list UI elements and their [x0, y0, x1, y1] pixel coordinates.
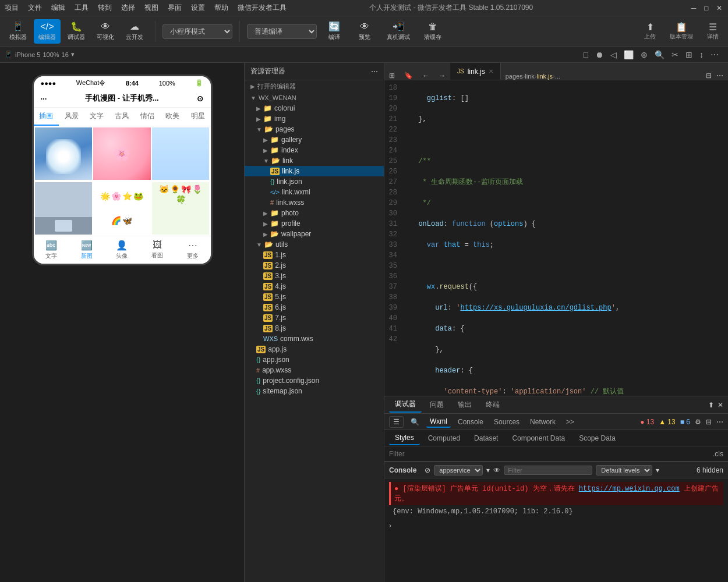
file-8js[interactable]: JS 8.js	[245, 323, 384, 333]
menu-item-wechat[interactable]: 微信开发者工具	[238, 3, 287, 13]
console-dropdown-icon[interactable]: ▾	[486, 466, 490, 474]
style-tab-component[interactable]: Component Data	[506, 432, 571, 445]
file-link-js[interactable]: JS link.js	[245, 166, 384, 176]
menu-item-tools[interactable]: 工具	[75, 3, 89, 13]
more-icon[interactable]: ⋯	[711, 50, 719, 59]
style-tab-dataset[interactable]: Dataset	[468, 432, 504, 445]
console-service-select[interactable]: appservice	[434, 465, 483, 475]
devtools-more-tabs[interactable]: >>	[563, 417, 578, 427]
menu-item-goto[interactable]: 转到	[98, 3, 112, 13]
editor-tab-linkjs[interactable]: JS link.js ✕	[450, 63, 501, 80]
menu-item-view[interactable]: 视图	[144, 3, 158, 13]
clear-store-button[interactable]: 🗑 清缓存	[419, 19, 446, 44]
dropdown-icon[interactable]: ▾	[71, 51, 75, 58]
style-tab-scope[interactable]: Scope Data	[573, 432, 621, 445]
phone-nav-text[interactable]: 🔤 文字	[45, 240, 57, 260]
devtools-more-icon[interactable]: ⋯	[716, 418, 723, 426]
cut-icon[interactable]: ✂	[672, 50, 678, 59]
phone-tab-couple[interactable]: 情侣	[135, 108, 160, 126]
console-level-select[interactable]: Default levels	[596, 465, 652, 475]
back-icon[interactable]: ◁	[610, 50, 617, 59]
upload-button[interactable]: ⬆ 上传	[639, 19, 660, 43]
phone-nav-avatar[interactable]: 👤 头像	[116, 240, 128, 260]
file-4js[interactable]: JS 4.js	[245, 281, 384, 292]
phone-image-cell-6[interactable]: 🐱 🌻 🎀 🌷 🍀	[152, 182, 210, 235]
folder-pages[interactable]: ▼ 📂 pages	[245, 124, 384, 134]
console-dropdown2-icon[interactable]: ▾	[656, 466, 659, 474]
devtools-inner-tab-console[interactable]: Console	[454, 417, 487, 427]
real-machine-button[interactable]: 📲 真机调试	[382, 19, 415, 44]
devtools-tab-debugger[interactable]: 调试器	[389, 397, 422, 413]
cloud-button[interactable]: ☁ 云开发	[121, 19, 148, 44]
menu-item-select[interactable]: 选择	[121, 3, 135, 13]
file-projectconfig[interactable]: {} project.config.json	[245, 375, 384, 386]
more-btn[interactable]: ⊙	[197, 94, 203, 103]
file-link-wxml[interactable]: </> link.wxml	[245, 187, 384, 197]
devtools-tab-output[interactable]: 输出	[452, 398, 478, 412]
back-btn[interactable]: ···	[41, 94, 47, 103]
phone-image-cell-3[interactable]	[152, 127, 210, 180]
phone-image-cell-5[interactable]: 🌟 🌸 ⭐ 🐸 🌈 🦋	[93, 182, 151, 235]
phone-tab-ancient[interactable]: 古风	[109, 108, 135, 126]
editor-button[interactable]: </> 编辑器	[34, 19, 61, 44]
bookmark-icon[interactable]: 🔖	[400, 72, 418, 80]
devtools-inner-tab-sources[interactable]: Sources	[490, 417, 523, 427]
file-7js[interactable]: JS 7.js	[245, 313, 384, 323]
console-command-input[interactable]	[394, 521, 723, 530]
file-appwxss[interactable]: # app.wxss	[245, 365, 384, 375]
phone-tab-western[interactable]: 欧美	[160, 108, 185, 126]
opened-editors-section[interactable]: ▶ 打开的编辑器	[245, 80, 384, 93]
devtools-settings-icon[interactable]: ⚙	[695, 418, 701, 426]
visualize-button[interactable]: 👁 可视化	[92, 19, 119, 44]
file-1js[interactable]: JS 1.js	[245, 250, 384, 260]
console-eye-icon[interactable]: 👁	[493, 466, 500, 474]
explorer-more-icon[interactable]: ⋯	[371, 68, 378, 76]
phone-tab-star[interactable]: 明星	[185, 108, 210, 126]
panel-toggle-icon[interactable]: ⊞	[384, 72, 400, 80]
devtools-tab-problems[interactable]: 问题	[424, 398, 450, 412]
devtools-dock-icon[interactable]: ⊟	[706, 418, 712, 426]
simulator-button[interactable]: 📱 模拟器	[5, 19, 31, 44]
debugger-button[interactable]: 🐛 调试器	[63, 19, 90, 44]
grid-icon[interactable]: ⊞	[685, 50, 692, 59]
detail-button[interactable]: ☰ 详情	[702, 19, 723, 43]
file-6js[interactable]: JS 6.js	[245, 302, 384, 313]
devtools-expand-icon[interactable]: ⬆	[708, 401, 714, 409]
devtools-inspect-icon[interactable]: 🔍	[407, 417, 423, 427]
devtools-inner-tab-network[interactable]: Network	[526, 417, 559, 427]
phone-image-cell-4[interactable]	[35, 182, 93, 235]
style-tab-computed[interactable]: Computed	[422, 432, 466, 445]
file-sitemap[interactable]: {} sitemap.json	[245, 386, 384, 396]
file-appjson[interactable]: {} app.json	[245, 354, 384, 365]
devtools-tab-terminal[interactable]: 终端	[480, 398, 506, 412]
folder-utils[interactable]: ▼ 📂 utils	[245, 239, 384, 250]
version-button[interactable]: 📋 版本管理	[665, 19, 698, 43]
compile-select[interactable]: 普通编译	[247, 24, 317, 39]
minimize-button[interactable]: ─	[690, 4, 698, 12]
folder-colorui[interactable]: ▶ 📁 colorui	[245, 103, 384, 113]
menu-item-settings[interactable]: 设置	[191, 3, 205, 13]
menu-item-project[interactable]: 项目	[5, 3, 19, 13]
project-section[interactable]: ▼ WX_WENAN	[245, 93, 384, 103]
record-icon[interactable]: ⏺	[595, 50, 603, 59]
console-clear-icon[interactable]: ⊘	[425, 466, 430, 474]
compile-button[interactable]: 🔄 编译	[321, 19, 347, 44]
devtools-inner-tab-wxml[interactable]: Wxml	[426, 416, 451, 428]
new-page-icon[interactable]: ⊕	[641, 50, 648, 59]
search-icon[interactable]: 🔍	[655, 50, 665, 59]
menu-item-edit[interactable]: 编辑	[51, 3, 65, 13]
filter-input[interactable]	[389, 450, 713, 458]
file-5js[interactable]: JS 5.js	[245, 292, 384, 302]
folder-gallery[interactable]: ▶ 📁 gallery	[245, 134, 384, 145]
preview-button[interactable]: 👁 预览	[352, 19, 377, 44]
phone-nav-more[interactable]: ⋯ 更多	[187, 240, 199, 260]
close-button[interactable]: ✕	[715, 4, 723, 12]
phone-tab-landscape[interactable]: 风景	[59, 108, 84, 126]
folder-wallpaper[interactable]: ▶ 📂 wallpaper	[245, 229, 384, 239]
menu-item-interface[interactable]: 界面	[168, 3, 182, 13]
file-3js[interactable]: JS 3.js	[245, 271, 384, 281]
file-appjs[interactable]: JS app.js	[245, 344, 384, 354]
devtools-close-icon[interactable]: ✕	[718, 401, 723, 409]
phone-tab-text[interactable]: 文字	[84, 108, 109, 126]
phone-nav-view[interactable]: 🖼 看图	[151, 240, 163, 260]
